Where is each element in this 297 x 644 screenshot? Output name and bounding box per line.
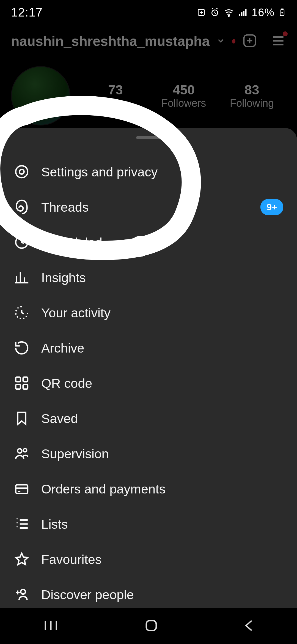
menu-label-settings: Settings and privacy: [41, 164, 158, 179]
menu-label-insights: Insights: [41, 270, 86, 285]
card-icon: [14, 481, 30, 497]
menu-label-saved: Saved: [41, 411, 78, 426]
plus-box-status-icon: [197, 8, 206, 17]
status-time: 12:17: [11, 6, 43, 19]
avatar[interactable]: [11, 66, 70, 125]
svg-rect-8: [281, 9, 283, 10]
threads-icon: [14, 199, 30, 215]
svg-point-2: [228, 15, 229, 17]
android-nav-bar: [0, 608, 297, 644]
wifi-icon: [224, 7, 234, 18]
bar-chart-icon: [14, 269, 30, 285]
profile-username[interactable]: naushin_shreshtha_mustapha: [11, 33, 210, 49]
menu-item-favourites[interactable]: Favourites: [0, 542, 297, 577]
clock-icon: [14, 234, 30, 250]
menu-label-orders: Orders and payments: [41, 481, 166, 496]
qr-code-icon: [14, 375, 30, 391]
menu-label-discover: Discover people: [41, 587, 134, 602]
menu-item-archive[interactable]: Archive: [0, 330, 297, 365]
home-button[interactable]: [143, 617, 160, 635]
menu-label-activity: Your activity: [41, 305, 111, 320]
menu-item-settings[interactable]: Settings and privacy: [0, 154, 297, 189]
menu-item-orders[interactable]: Orders and payments: [0, 471, 297, 506]
svg-rect-6: [245, 9, 247, 16]
svg-point-10: [16, 166, 28, 178]
stat-following[interactable]: 83 Following: [218, 82, 286, 109]
stat-followers-value: 450: [150, 82, 218, 97]
lists-icon: [14, 516, 30, 532]
star-icon: [14, 551, 30, 567]
gear-icon: [14, 164, 30, 180]
svg-rect-16: [23, 384, 28, 389]
sheet-drag-handle[interactable]: [136, 136, 161, 139]
menu-item-scheduled[interactable]: Scheduled: [0, 225, 297, 260]
supervision-icon: [14, 446, 30, 462]
menu-label-archive: Archive: [41, 340, 84, 356]
menu-label-lists: Lists: [41, 517, 68, 532]
bookmark-icon: [14, 410, 30, 426]
chevron-down-icon[interactable]: [216, 36, 226, 47]
svg-point-17: [18, 449, 22, 453]
stat-following-label: Following: [218, 97, 286, 109]
discover-people-icon: [14, 586, 30, 602]
recents-button[interactable]: [41, 619, 61, 634]
status-right-cluster: 16%: [197, 6, 286, 19]
svg-rect-19: [16, 485, 28, 493]
svg-rect-15: [16, 384, 20, 389]
svg-point-18: [23, 449, 27, 452]
menu-item-threads[interactable]: Threads 9+: [0, 189, 297, 225]
svg-point-11: [20, 170, 24, 174]
menu-label-scheduled: Scheduled: [41, 235, 102, 250]
settings-bottom-sheet[interactable]: Settings and privacy Threads 9+ Schedule…: [0, 128, 297, 608]
activity-icon: [14, 305, 30, 321]
menu-notification-dot: [283, 31, 288, 36]
menu-label-threads: Threads: [41, 200, 89, 215]
battery-text: 16%: [252, 6, 274, 19]
archive-icon: [14, 340, 30, 356]
menu-item-qrcode[interactable]: QR code: [0, 365, 297, 401]
threads-badge: 9+: [260, 199, 283, 215]
back-button[interactable]: [242, 617, 256, 635]
menu-item-supervision[interactable]: Supervision: [0, 436, 297, 471]
new-indicator-dot: [232, 39, 235, 43]
svg-rect-4: [241, 12, 243, 16]
menu-button[interactable]: [271, 33, 286, 50]
menu-item-insights[interactable]: Insights: [0, 260, 297, 295]
stat-followers-label: Followers: [150, 97, 218, 109]
alarm-icon: [210, 7, 220, 17]
menu-item-discover[interactable]: Discover people: [0, 577, 297, 612]
menu-label-qrcode: QR code: [41, 376, 92, 391]
profile-header: naushin_shreshtha_mustapha 73 Posts 450 …: [0, 25, 297, 125]
battery-charging-icon: [278, 7, 286, 18]
svg-rect-5: [243, 11, 244, 16]
svg-point-20: [21, 590, 25, 594]
status-bar: 12:17 16%: [0, 0, 297, 25]
signal-icon: [238, 7, 248, 17]
stat-following-value: 83: [218, 82, 286, 97]
menu-item-lists[interactable]: Lists: [0, 506, 297, 542]
create-button[interactable]: [242, 33, 257, 50]
svg-rect-22: [146, 621, 156, 631]
svg-rect-3: [239, 14, 240, 16]
stat-posts-value: 73: [81, 82, 150, 97]
svg-rect-14: [23, 377, 28, 382]
menu-label-supervision: Supervision: [41, 446, 109, 461]
menu-label-favourites: Favourites: [41, 552, 101, 567]
stat-followers[interactable]: 450 Followers: [150, 82, 218, 109]
menu-item-activity[interactable]: Your activity: [0, 295, 297, 330]
menu-item-saved[interactable]: Saved: [0, 401, 297, 436]
svg-rect-13: [16, 377, 20, 382]
stat-posts-label: Posts: [81, 97, 150, 109]
stat-posts[interactable]: 73 Posts: [81, 82, 150, 109]
